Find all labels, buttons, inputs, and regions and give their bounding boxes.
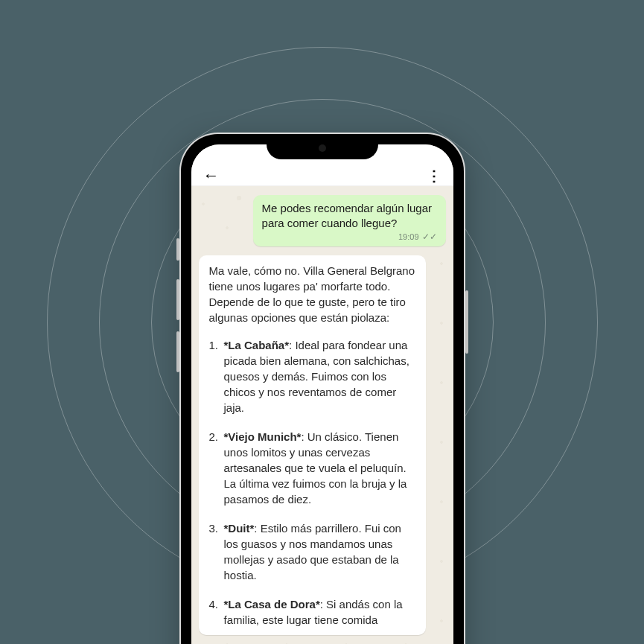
message-sent-text: Me podes recomendar algún lugar para com… xyxy=(262,201,437,230)
message-received[interactable]: Ma vale, cómo no. Villa General Belgrano… xyxy=(199,255,426,635)
list-item: *Viejo Munich*: Un clásico. Tienen unos … xyxy=(209,429,415,507)
read-checks-icon: ✓✓ xyxy=(422,232,437,242)
back-icon[interactable]: ← xyxy=(203,166,220,185)
phone-bezel: ← ⋮ Me podes recomendar algún lugar para… xyxy=(184,137,461,644)
list-item: *Duit*: Estilo más parrillero. Fui con l… xyxy=(209,520,415,583)
message-intro-text: Ma vale, cómo no. Villa General Belgrano… xyxy=(209,263,415,325)
message-time: 19:09 xyxy=(398,232,419,241)
list-item: *La Cabaña*: Ideal para fondear una pica… xyxy=(209,337,415,415)
place-name: *La Cabaña* xyxy=(224,339,290,351)
phone-notch xyxy=(267,137,378,159)
volume-down-button xyxy=(176,331,179,372)
menu-icon[interactable]: ⋮ xyxy=(427,167,441,185)
phone-frame: ← ⋮ Me podes recomendar algún lugar para… xyxy=(181,134,464,644)
power-button xyxy=(465,290,468,354)
place-name: *La Casa de Dora* xyxy=(224,598,320,610)
list-item: *La Casa de Dora*: Si andás con la famil… xyxy=(209,596,415,628)
mute-switch xyxy=(176,238,179,261)
volume-up-button xyxy=(176,279,179,320)
message-sent[interactable]: Me podes recomendar algún lugar para com… xyxy=(253,195,446,246)
phone-screen: ← ⋮ Me podes recomendar algún lugar para… xyxy=(191,144,453,644)
chat-body[interactable]: Me podes recomendar algún lugar para com… xyxy=(191,186,453,644)
place-name: *Duit* xyxy=(224,522,255,535)
recommendation-list: *La Cabaña*: Ideal para fondear una pica… xyxy=(209,337,415,628)
phone-mockup: ← ⋮ Me podes recomendar algún lugar para… xyxy=(181,134,464,644)
message-meta: 19:09 ✓✓ xyxy=(262,232,437,242)
place-name: *Viejo Munich* xyxy=(224,430,302,443)
